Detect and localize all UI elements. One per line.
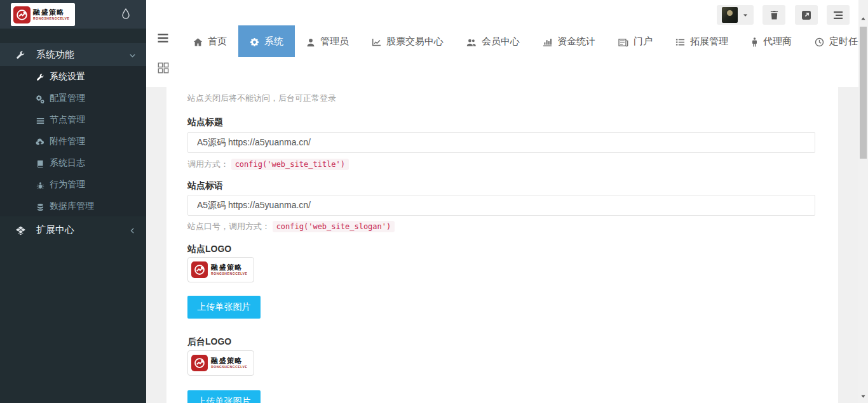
sidebar-item-label: 配置管理	[50, 93, 85, 104]
sidebar-item-behavior-management[interactable]: 行为管理	[0, 174, 146, 195]
tab-label: 管理员	[320, 36, 349, 48]
chart-line-icon	[372, 36, 381, 47]
site-slogan-help: 站点口号，调用方式： config('web_site_slogan')	[187, 221, 815, 232]
code-chip: config('web_site_slogan')	[273, 221, 395, 232]
sidebar-section-extension-center[interactable]: 扩展中心	[0, 218, 146, 241]
vertical-scrollbar[interactable]	[858, 0, 868, 403]
scrollbar-thumb[interactable]	[860, 27, 867, 159]
admin-logo-preview[interactable]: 融盛策略 RONGSHENGCELVE	[187, 350, 254, 376]
sidebar: 融盛策略 RONGSHENGCELVE 系统功能	[0, 0, 146, 403]
brand-name: 融盛策略	[33, 9, 69, 16]
users-icon	[466, 36, 477, 46]
cloud-upload-icon	[36, 136, 44, 147]
tab-label: 门户	[634, 36, 653, 48]
lines-icon	[833, 10, 843, 21]
brand-subtitle: RONGSHENGCELVE	[33, 17, 69, 20]
avatar	[722, 7, 738, 23]
tab-portal[interactable]: 门户	[607, 25, 664, 57]
book-icon	[36, 158, 44, 168]
trash-button[interactable]	[763, 5, 785, 25]
database-icon	[36, 201, 44, 211]
tab-label: 资金统计	[557, 36, 595, 48]
brand-name: 融盛策略	[211, 264, 247, 271]
sidebar-section-system-functions[interactable]: 系统功能	[0, 43, 146, 66]
tab-system[interactable]: 系统	[238, 25, 295, 57]
site-close-notice: 站点关闭后将不能访问，后台可正常登录	[187, 93, 815, 103]
sidebar-item-node-management[interactable]: 节点管理	[0, 109, 146, 131]
sidebar-item-label: 数据库管理	[50, 201, 94, 212]
brand-logo-icon	[13, 6, 31, 23]
settings-form-card: 站点关闭后将不能访问，后台可正常登录 站点标题 调用方式： config('we…	[166, 87, 838, 403]
cube-icon	[16, 224, 25, 235]
site-logo-label: 站点LOGO	[187, 244, 815, 254]
expand-button[interactable]	[795, 5, 818, 25]
home-icon	[193, 36, 203, 47]
sidebar-item-label: 节点管理	[50, 114, 85, 126]
brand-logo-icon	[191, 355, 208, 371]
site-title-input[interactable]	[187, 132, 815, 153]
tab-home[interactable]: 首页	[182, 25, 238, 57]
bar-chart-icon	[543, 36, 552, 47]
tab-label: 会员中心	[482, 36, 520, 48]
sidebar-item-system-logs[interactable]: 系统日志	[0, 152, 146, 174]
wrench-icon	[16, 49, 25, 60]
sidebar-item-label: 行为管理	[50, 179, 85, 190]
hamburger-menu-icon[interactable]	[157, 32, 169, 43]
clock-icon	[815, 36, 824, 47]
sidebar-item-attachment-management[interactable]: 附件管理	[0, 131, 146, 152]
chevron-left-icon	[129, 225, 136, 235]
brand-subtitle: RONGSHENGCELVE	[211, 366, 247, 369]
main-content: 站点关闭后将不能访问，后台可正常登录 站点标题 调用方式： config('we…	[146, 87, 858, 403]
sidebar-item-config-management[interactable]: 配置管理	[0, 88, 146, 109]
brand-logo[interactable]: 融盛策略 RONGSHENGCELVE	[11, 3, 75, 26]
newspaper-icon	[618, 36, 628, 46]
site-slogan-label: 站点标语	[187, 180, 815, 190]
top-nav-tabs: 首页 系统 管理员 股票交易中心	[182, 25, 868, 57]
gear-icon	[250, 36, 259, 47]
wrench-icon	[36, 72, 44, 82]
brand-logo-icon	[191, 261, 208, 278]
sidebar-item-system-settings[interactable]: 系统设置	[0, 66, 146, 88]
tab-funds-statistics[interactable]: 资金统计	[531, 25, 607, 57]
tab-agents[interactable]: 代理商	[740, 25, 803, 57]
chevron-down-icon	[129, 50, 136, 60]
list-icon	[36, 115, 44, 125]
sidebar-item-label: 系统日志	[50, 157, 85, 169]
tab-label: 代理商	[763, 36, 792, 48]
caret-down-icon	[742, 10, 749, 21]
bug-icon	[36, 180, 44, 190]
menu-lines-button[interactable]	[827, 5, 850, 25]
sidebar-item-database-management[interactable]: 数据库管理	[0, 195, 146, 217]
upload-admin-logo-button[interactable]: 上传单张图片	[187, 390, 261, 403]
scroll-up-icon[interactable]	[858, 14, 868, 23]
trash-icon	[770, 10, 779, 21]
sidebar-section-label: 扩展中心	[36, 224, 74, 236]
upload-site-logo-button[interactable]: 上传单张图片	[187, 296, 261, 319]
tab-member-center[interactable]: 会员中心	[455, 25, 531, 57]
brand-name: 融盛策略	[211, 357, 247, 364]
code-chip: config('web_site_title')	[231, 159, 349, 170]
drop-icon[interactable]	[119, 8, 132, 20]
tab-expansion-management[interactable]: 拓展管理	[664, 25, 740, 57]
tab-label: 首页	[208, 36, 227, 48]
tab-administrators[interactable]: 管理员	[295, 25, 360, 57]
top-header: 首页 系统 管理员 股票交易中心	[146, 0, 858, 87]
tab-label: 系统	[264, 36, 283, 48]
sidebar-section-label: 系统功能	[36, 49, 74, 61]
user-avatar-button[interactable]	[717, 5, 754, 25]
tab-label: 拓展管理	[690, 36, 728, 48]
sidebar-submenu: 系统设置 配置管理 节点管理	[0, 66, 146, 216]
tab-stock-trading-center[interactable]: 股票交易中心	[360, 25, 455, 57]
sidebar-item-label: 附件管理	[50, 136, 85, 147]
male-icon	[751, 36, 758, 47]
site-logo-preview[interactable]: 融盛策略 RONGSHENGCELVE	[187, 257, 254, 282]
sidebar-item-label: 系统设置	[50, 71, 85, 83]
scroll-down-icon[interactable]	[858, 392, 868, 400]
admin-logo-label: 后台LOGO	[187, 336, 815, 347]
brand-subtitle: RONGSHENGCELVE	[211, 272, 247, 275]
grid-panels-icon[interactable]	[158, 62, 169, 74]
site-slogan-input[interactable]	[187, 195, 815, 216]
cogs-icon	[36, 93, 44, 103]
external-link-icon	[801, 10, 811, 21]
site-title-label: 站点标题	[187, 117, 815, 127]
